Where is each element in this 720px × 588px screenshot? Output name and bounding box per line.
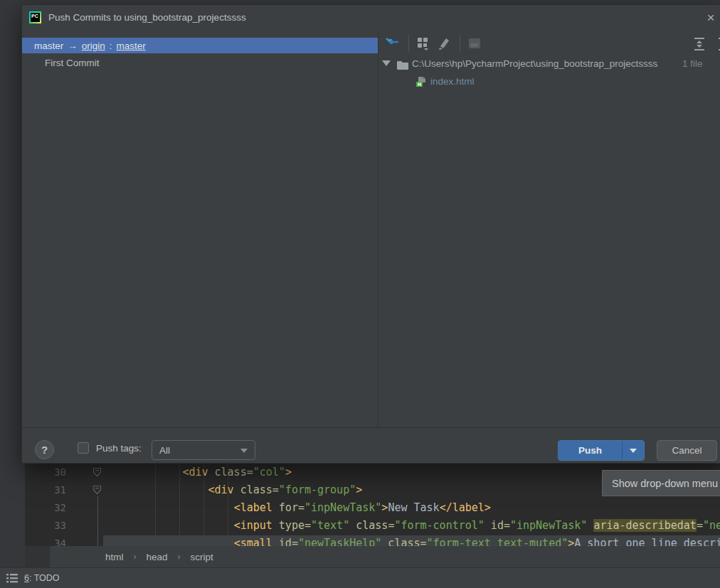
breadcrumb-item-head[interactable]: head [147,552,168,562]
code-token: = [298,501,305,514]
breadcrumb-item-script[interactable]: script [191,552,213,562]
push-tags-label: Push tags: [96,443,142,454]
code-token: "newTaskHelp" [298,537,381,546]
file-count: 1 file [682,58,703,69]
tags-dropdown-value: All [159,445,170,456]
code-token: "text" [311,519,349,532]
push-tags-checkbox[interactable] [78,442,89,454]
remote-link[interactable]: origin [82,41,105,51]
breadcrumb-gap [25,546,50,567]
code-token: = [697,519,703,532]
push-button-label[interactable]: Push [558,441,622,460]
fold-marker-icon[interactable] [92,485,102,498]
line-number: 33 [25,520,66,531]
repo-root-path[interactable]: C:\Users\hp\PycharmProject\using_bootstr… [412,58,657,69]
file-name[interactable]: index.html [430,76,475,87]
cancel-button[interactable]: Cancel [657,440,717,461]
collapse-all-icon[interactable] [715,35,720,52]
group-by-icon[interactable] [415,35,432,52]
code-token: "form-control" [394,519,484,532]
arrow-glyph: → [68,41,78,51]
commit-message[interactable]: First Commit [45,58,100,68]
status-bar: 6: TODO [0,567,720,588]
push-dropdown-arrow[interactable] [623,441,644,460]
local-branch: master [34,41,63,51]
code-token: <small [234,537,272,546]
code-token: "inpNewTask" [305,501,381,514]
push-button[interactable]: Push [558,440,645,461]
code-line[interactable]: 33 <input type="text" class="form-contro… [25,518,720,535]
code-token: > [356,483,362,496]
code-token: type [272,519,305,532]
expand-all-icon[interactable] [691,35,708,52]
html-file-icon: H [415,76,427,90]
breadcrumb-separator: › [178,552,181,562]
code-token: "inpNewTask" [510,519,587,532]
code-token: class [381,537,420,546]
line-number: 31 [25,484,66,496]
code-token: <div [208,483,234,496]
tooltip: Show drop-down menu [602,470,720,496]
toolbar-divider [460,35,460,52]
code-token: > [285,466,292,479]
shelve-icon[interactable] [466,35,483,52]
code-token: = [272,483,279,496]
close-icon[interactable]: × [702,9,719,26]
code-token: = [292,537,298,546]
code-token: id [485,519,504,532]
code-token: aria-describedat [593,519,697,532]
tags-dropdown[interactable]: All [152,440,255,460]
panel-divider [378,31,378,427]
breadcrumb-separator: › [134,552,137,562]
code-token: = [420,537,427,546]
breadcrumb-item-html[interactable]: html [105,552,124,562]
code-token: <input [234,519,272,532]
code-token: </label> [440,501,491,514]
todo-toolwindow-button[interactable]: 6: TODO [24,573,60,583]
push-commits-dialog: PC Push Commits to using_bootstrap_proje… [21,4,720,464]
dialog-title: Push Commits to using_bootstrap_projects… [48,12,246,23]
code-text: <label for="inpNewTask">New Task</label> [105,501,491,514]
code-text: <div class="form-group"> [105,483,362,496]
line-number: 30 [25,466,66,478]
code-text: <small id="newTaskHelp" class="form-text… [105,537,720,546]
remote-branch-link[interactable]: master [117,41,146,51]
code-token: for [272,501,298,514]
dialog-footer: ? Push tags: All Push Cancel [22,427,720,464]
chevron-down-icon [630,449,637,453]
branch-row-selected[interactable]: master → origin : master [22,38,378,53]
todo-list-icon [6,572,18,584]
code-token: New Task [388,501,439,514]
code-token: "form-text text-muted" [427,537,568,546]
code-token: "new [703,519,720,532]
code-token: = [504,519,510,532]
code-token: class [208,466,247,479]
code-token: <div [182,466,208,479]
code-token: id [272,537,292,546]
code-text: <input type="text" class="form-control" … [105,519,720,532]
pycharm-window: 30 <div class="col">31 <div class="form-… [0,0,720,588]
code-line[interactable]: 32 <label for="inpNewTask">New Task</lab… [25,500,720,518]
folder-icon [396,60,409,74]
tree-expand-chevron-icon[interactable] [382,60,391,66]
code-token: = [247,466,253,479]
code-token: class [349,519,388,532]
pycharm-icon: PC [29,11,41,23]
edit-commit-icon[interactable] [436,35,453,52]
jump-to-source-icon[interactable] [383,35,401,52]
svg-text:H: H [418,82,421,87]
code-token: "col" [253,466,285,479]
fold-marker-icon[interactable] [92,467,102,480]
code-token: > [568,537,574,546]
code-token: A short one line descrip [574,537,720,546]
toolbar-divider [408,35,409,52]
code-token: class [234,483,272,496]
dialog-titlebar: PC Push Commits to using_bootstrap_proje… [22,5,720,31]
code-token: "form-group" [279,483,356,496]
code-token: <label [234,501,272,514]
line-number: 32 [25,502,66,513]
help-button[interactable]: ? [35,440,54,459]
code-text: <div class="col"> [105,466,292,479]
tooltip-text: Show drop-down menu [612,478,718,489]
code-line[interactable]: 34 <small id="newTaskHelp" class="form-t… [25,535,720,546]
